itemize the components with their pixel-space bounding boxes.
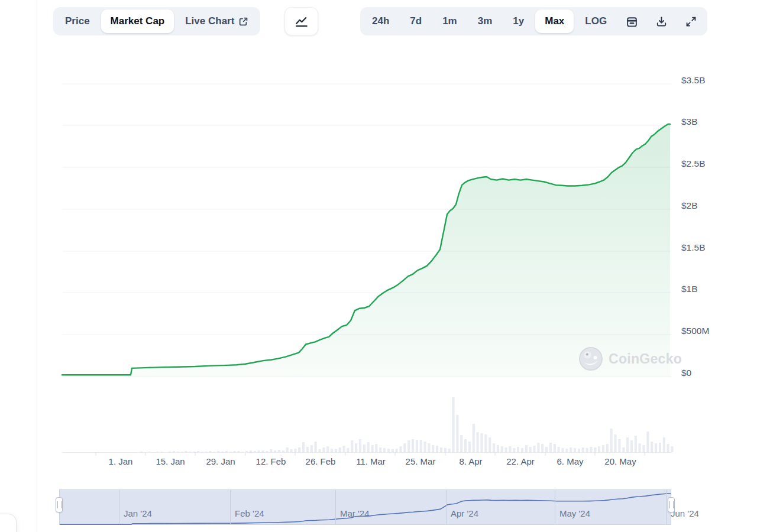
y-axis-label: $3B <box>681 115 752 128</box>
log-scale-button[interactable]: LOG <box>575 9 616 33</box>
y-axis-label: $1.5B <box>681 241 752 254</box>
navigator-month-separator <box>446 490 447 524</box>
tab-live-chart[interactable]: Live Chart <box>176 9 258 33</box>
fullscreen-icon <box>685 15 697 28</box>
range-3m-button[interactable]: 3m <box>468 9 502 33</box>
chart-plot-area[interactable] <box>62 59 671 452</box>
left-divider <box>37 0 37 532</box>
navigator-month-separator <box>555 490 555 524</box>
chart-metric-toolbar: Price Market Cap Live Chart <box>53 7 260 35</box>
x-axis-label: 29. Jan <box>194 456 247 468</box>
range-24h-button[interactable]: 24h <box>363 9 399 33</box>
x-axis-label: 22. Apr <box>494 456 547 468</box>
navigator-month-label: Apr '24 <box>451 508 478 518</box>
x-axis-label: 15. Jan <box>144 456 197 468</box>
watermark-text: CoinGecko <box>609 351 682 367</box>
navigator-mini-chart <box>60 490 672 525</box>
navigator-month-label: Feb '24 <box>235 508 264 518</box>
tab-market-cap[interactable]: Market Cap <box>101 9 174 33</box>
x-axis-label: 11. Mar <box>344 456 397 468</box>
navigator-right-handle[interactable] <box>668 497 675 512</box>
navigator-month-label: Mar '24 <box>340 508 370 518</box>
download-icon <box>655 15 668 28</box>
range-navigator[interactable] <box>59 489 671 525</box>
navigator-month-label: May '24 <box>559 508 590 518</box>
x-axis-label: 1. Jan <box>94 456 147 468</box>
x-axis-label: 26. Feb <box>294 456 347 468</box>
x-axis-label: 12. Feb <box>244 456 297 468</box>
fullscreen-button[interactable] <box>677 9 705 33</box>
chart-type-button[interactable] <box>284 7 318 35</box>
navigator-month-separator <box>335 490 336 524</box>
line-chart-icon <box>294 14 309 29</box>
y-axis-label: $2.5B <box>681 157 752 170</box>
range-7d-button[interactable]: 7d <box>400 9 431 33</box>
x-axis-label: 8. Apr <box>444 456 497 468</box>
range-max-button[interactable]: Max <box>535 9 574 33</box>
navigator-month-separator <box>230 490 231 524</box>
tab-price[interactable]: Price <box>56 9 99 33</box>
market-cap-chart-page: Price Market Cap Live Chart 24h 7d 1m 3m… <box>0 0 757 532</box>
x-axis-label: 20. May <box>594 456 647 468</box>
x-axis-label: 25. Mar <box>394 456 447 468</box>
external-link-icon <box>238 17 248 27</box>
navigator-month-label: Jan '24 <box>124 508 152 518</box>
coingecko-logo-icon <box>578 346 603 371</box>
range-1y-button[interactable]: 1y <box>503 9 533 33</box>
x-axis-label: 6. May <box>544 456 597 468</box>
y-axis-label: $3.5B <box>681 74 752 87</box>
y-axis-label: $2B <box>681 199 752 212</box>
navigator-left-handle[interactable] <box>56 497 63 512</box>
date-range-picker-button[interactable] <box>618 9 646 33</box>
calendar-icon <box>626 15 638 28</box>
navigator-month-separator <box>666 490 667 524</box>
navigator-month-label: Jun '24 <box>671 508 699 518</box>
y-axis-label: $1B <box>681 283 752 296</box>
y-axis-label: $0 <box>681 366 752 379</box>
time-range-toolbar: 24h 7d 1m 3m 1y Max LOG <box>360 7 707 35</box>
navigator-month-separator <box>119 490 119 524</box>
tab-live-chart-label: Live Chart <box>185 15 234 27</box>
range-1m-button[interactable]: 1m <box>433 9 467 33</box>
bottom-left-card-corner <box>0 514 17 532</box>
coingecko-watermark: CoinGecko <box>578 346 682 371</box>
y-axis-label: $500M <box>681 325 752 338</box>
download-chart-button[interactable] <box>648 9 675 33</box>
